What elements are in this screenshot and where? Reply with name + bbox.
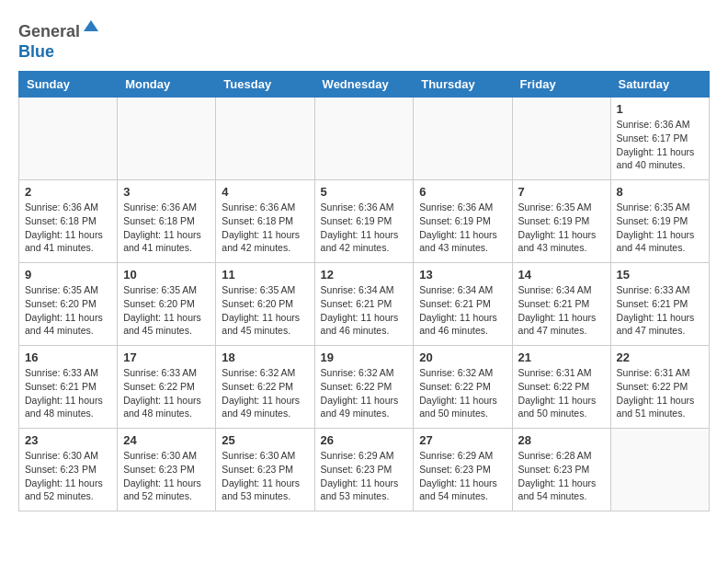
day-number: 14 — [518, 268, 605, 282]
calendar-cell — [414, 98, 512, 180]
weekday-header-sunday: Sunday — [19, 72, 118, 98]
page-header: General Blue — [18, 18, 710, 62]
day-number: 15 — [617, 268, 703, 282]
calendar-cell: 27Sunrise: 6:29 AM Sunset: 6:23 PM Dayli… — [414, 429, 512, 511]
week-row-2: 2Sunrise: 6:36 AM Sunset: 6:18 PM Daylig… — [19, 180, 710, 263]
day-number: 25 — [222, 433, 308, 447]
day-info: Sunrise: 6:36 AM Sunset: 6:19 PM Dayligh… — [321, 201, 408, 255]
day-info: Sunrise: 6:33 AM Sunset: 6:22 PM Dayligh… — [123, 366, 210, 420]
day-info: Sunrise: 6:34 AM Sunset: 6:21 PM Dayligh… — [518, 283, 605, 338]
weekday-header-saturday: Saturday — [610, 72, 709, 98]
weekday-header-monday: Monday — [118, 72, 216, 98]
day-number: 5 — [321, 185, 408, 199]
calendar-cell: 3Sunrise: 6:36 AM Sunset: 6:18 PM Daylig… — [118, 180, 216, 263]
day-info: Sunrise: 6:35 AM Sunset: 6:20 PM Dayligh… — [25, 283, 111, 338]
calendar-cell: 4Sunrise: 6:36 AM Sunset: 6:18 PM Daylig… — [216, 180, 314, 263]
calendar-cell: 2Sunrise: 6:36 AM Sunset: 6:18 PM Daylig… — [19, 180, 118, 263]
day-info: Sunrise: 6:36 AM Sunset: 6:19 PM Dayligh… — [419, 201, 506, 255]
calendar-table: SundayMondayTuesdayWednesdayThursdayFrid… — [18, 71, 710, 511]
day-number: 13 — [419, 268, 506, 282]
day-info: Sunrise: 6:30 AM Sunset: 6:23 PM Dayligh… — [222, 449, 308, 503]
day-number: 23 — [25, 433, 111, 447]
calendar-cell: 12Sunrise: 6:34 AM Sunset: 6:21 PM Dayli… — [314, 263, 414, 346]
logo-icon — [82, 18, 100, 37]
weekday-header-wednesday: Wednesday — [314, 72, 414, 98]
calendar-cell: 28Sunrise: 6:28 AM Sunset: 6:23 PM Dayli… — [512, 429, 610, 511]
day-info: Sunrise: 6:36 AM Sunset: 6:18 PM Dayligh… — [25, 201, 111, 255]
day-info: Sunrise: 6:35 AM Sunset: 6:20 PM Dayligh… — [123, 283, 210, 338]
calendar-cell: 22Sunrise: 6:31 AM Sunset: 6:22 PM Dayli… — [610, 346, 709, 429]
day-number: 1 — [617, 102, 703, 116]
calendar-cell: 10Sunrise: 6:35 AM Sunset: 6:20 PM Dayli… — [118, 263, 216, 346]
week-row-5: 23Sunrise: 6:30 AM Sunset: 6:23 PM Dayli… — [19, 429, 710, 511]
weekday-header-tuesday: Tuesday — [216, 72, 314, 98]
calendar-cell — [19, 98, 118, 180]
day-info: Sunrise: 6:35 AM Sunset: 6:20 PM Dayligh… — [222, 283, 308, 338]
calendar-cell: 21Sunrise: 6:31 AM Sunset: 6:22 PM Dayli… — [512, 346, 610, 429]
day-number: 7 — [518, 185, 605, 199]
calendar-cell: 25Sunrise: 6:30 AM Sunset: 6:23 PM Dayli… — [216, 429, 314, 511]
calendar-body: 1Sunrise: 6:36 AM Sunset: 6:17 PM Daylig… — [19, 98, 710, 511]
day-number: 16 — [25, 350, 111, 364]
day-number: 20 — [419, 350, 506, 364]
day-info: Sunrise: 6:36 AM Sunset: 6:18 PM Dayligh… — [123, 201, 210, 255]
day-number: 21 — [518, 350, 605, 364]
calendar-cell: 1Sunrise: 6:36 AM Sunset: 6:17 PM Daylig… — [610, 98, 709, 180]
day-info: Sunrise: 6:30 AM Sunset: 6:23 PM Dayligh… — [25, 449, 111, 503]
calendar-cell — [314, 98, 414, 180]
day-info: Sunrise: 6:30 AM Sunset: 6:23 PM Dayligh… — [123, 449, 210, 503]
calendar-cell: 26Sunrise: 6:29 AM Sunset: 6:23 PM Dayli… — [314, 429, 414, 511]
day-number: 11 — [222, 268, 308, 282]
day-info: Sunrise: 6:32 AM Sunset: 6:22 PM Dayligh… — [419, 366, 506, 420]
day-number: 3 — [123, 185, 210, 199]
day-info: Sunrise: 6:34 AM Sunset: 6:21 PM Dayligh… — [321, 283, 408, 338]
day-number: 4 — [222, 185, 308, 199]
weekday-header-row: SundayMondayTuesdayWednesdayThursdayFrid… — [19, 72, 710, 98]
calendar-cell — [118, 98, 216, 180]
calendar-cell: 24Sunrise: 6:30 AM Sunset: 6:23 PM Dayli… — [118, 429, 216, 511]
logo-general: General — [18, 22, 80, 40]
day-info: Sunrise: 6:29 AM Sunset: 6:23 PM Dayligh… — [321, 449, 408, 503]
calendar-cell — [216, 98, 314, 180]
day-info: Sunrise: 6:35 AM Sunset: 6:19 PM Dayligh… — [617, 201, 703, 255]
day-info: Sunrise: 6:33 AM Sunset: 6:21 PM Dayligh… — [617, 283, 703, 338]
day-number: 26 — [321, 433, 408, 447]
day-number: 6 — [419, 185, 506, 199]
day-info: Sunrise: 6:31 AM Sunset: 6:22 PM Dayligh… — [518, 366, 605, 420]
calendar-cell: 9Sunrise: 6:35 AM Sunset: 6:20 PM Daylig… — [19, 263, 118, 346]
day-number: 9 — [25, 268, 111, 282]
calendar-cell: 23Sunrise: 6:30 AM Sunset: 6:23 PM Dayli… — [19, 429, 118, 511]
day-number: 17 — [123, 350, 210, 364]
day-info: Sunrise: 6:33 AM Sunset: 6:21 PM Dayligh… — [25, 366, 111, 420]
weekday-header-thursday: Thursday — [414, 72, 512, 98]
calendar-cell — [512, 98, 610, 180]
day-info: Sunrise: 6:35 AM Sunset: 6:19 PM Dayligh… — [518, 201, 605, 255]
calendar-cell: 20Sunrise: 6:32 AM Sunset: 6:22 PM Dayli… — [414, 346, 512, 429]
day-number: 10 — [123, 268, 210, 282]
calendar-cell: 11Sunrise: 6:35 AM Sunset: 6:20 PM Dayli… — [216, 263, 314, 346]
calendar-cell: 14Sunrise: 6:34 AM Sunset: 6:21 PM Dayli… — [512, 263, 610, 346]
day-number: 18 — [222, 350, 308, 364]
calendar-cell — [610, 429, 709, 511]
day-number: 28 — [518, 433, 605, 447]
weekday-header-friday: Friday — [512, 72, 610, 98]
logo-blue: Blue — [18, 42, 54, 61]
day-info: Sunrise: 6:31 AM Sunset: 6:22 PM Dayligh… — [617, 366, 703, 420]
calendar-cell: 7Sunrise: 6:35 AM Sunset: 6:19 PM Daylig… — [512, 180, 610, 263]
day-info: Sunrise: 6:34 AM Sunset: 6:21 PM Dayligh… — [419, 283, 506, 338]
week-row-1: 1Sunrise: 6:36 AM Sunset: 6:17 PM Daylig… — [19, 98, 710, 180]
day-number: 27 — [419, 433, 506, 447]
calendar-cell: 15Sunrise: 6:33 AM Sunset: 6:21 PM Dayli… — [610, 263, 709, 346]
day-number: 19 — [321, 350, 408, 364]
calendar-cell: 8Sunrise: 6:35 AM Sunset: 6:19 PM Daylig… — [610, 180, 709, 263]
day-number: 8 — [617, 185, 703, 199]
day-number: 2 — [25, 185, 111, 199]
day-number: 22 — [617, 350, 703, 364]
calendar-cell: 16Sunrise: 6:33 AM Sunset: 6:21 PM Dayli… — [19, 346, 118, 429]
day-info: Sunrise: 6:32 AM Sunset: 6:22 PM Dayligh… — [222, 366, 308, 420]
calendar-cell: 19Sunrise: 6:32 AM Sunset: 6:22 PM Dayli… — [314, 346, 414, 429]
day-info: Sunrise: 6:36 AM Sunset: 6:18 PM Dayligh… — [222, 201, 308, 255]
svg-marker-0 — [84, 20, 98, 31]
day-info: Sunrise: 6:36 AM Sunset: 6:17 PM Dayligh… — [617, 118, 703, 172]
calendar-cell: 17Sunrise: 6:33 AM Sunset: 6:22 PM Dayli… — [118, 346, 216, 429]
